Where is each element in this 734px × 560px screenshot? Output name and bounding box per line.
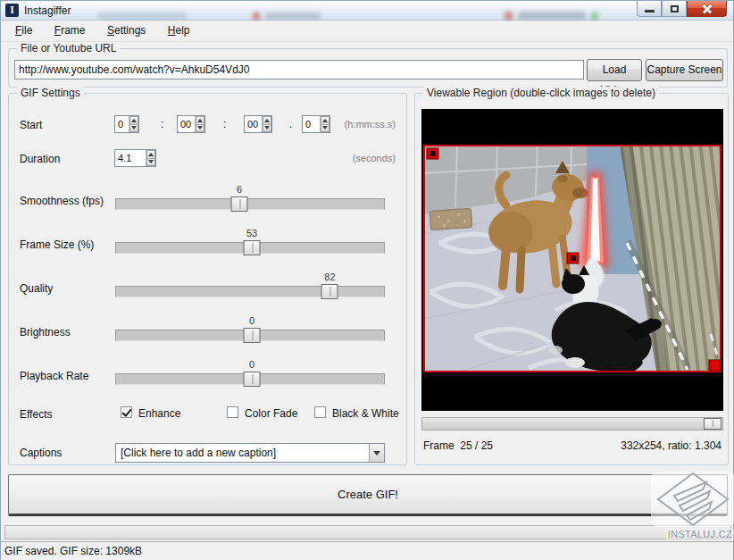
enhance-label: Enhance [138,407,180,420]
menu-bar: File Frame Settings Help [1,21,733,42]
frame-scrollbar[interactable] [421,417,723,430]
start-label: Start [20,119,42,131]
minimize-icon [645,10,655,13]
slider-thumb[interactable] [321,284,338,299]
crop-handle [567,253,579,263]
spin-up-icon[interactable] [263,116,271,125]
slider-label: Frame Size (%) [20,238,94,251]
frame-scrollbar-thumb[interactable] [704,418,721,430]
crop-handle [427,148,438,159]
video-frame-art [421,109,723,411]
maximize-icon [671,5,679,13]
duration-spinner[interactable]: 4.1 [114,149,156,167]
maximize-button[interactable] [662,1,687,17]
slider-thumb[interactable] [244,372,261,387]
duration-value: 4.1 [115,150,146,166]
create-gif-button[interactable]: Create GIF! [8,474,728,516]
slider-thumb[interactable] [244,240,261,255]
start-tenths-spinner[interactable]: 0 [302,115,330,133]
menu-help[interactable]: Help [159,21,199,41]
spin-down-icon[interactable] [146,159,155,167]
watermark-smudge [97,13,187,20]
captions-dropdown[interactable]: [Click here to add a new caption] [115,443,385,463]
duration-unit-label: (seconds) [353,153,396,163]
slider-label: Smoothness (fps) [20,195,104,207]
crop-handle [709,360,721,371]
slider-label: Brightness [20,326,71,339]
enhance-checkbox[interactable] [121,406,132,418]
slider-label: Playback Rate [20,370,88,382]
slider-value: 0 [249,315,254,326]
color-fade-checkbox[interactable] [227,406,238,418]
spin-up-icon[interactable] [321,116,329,125]
time-separator: : [161,118,163,130]
black-white-label: Black & White [332,407,399,420]
black-white-checkbox[interactable] [314,406,326,418]
slider-value: 82 [324,272,335,282]
effects-label: Effects [20,408,52,421]
load-video-button[interactable]: Load Video [587,59,642,81]
chevron-down-icon[interactable] [369,444,384,462]
brightness-slider[interactable]: 0 [115,330,385,341]
capture-screen-button[interactable]: Capture Screen [646,59,723,81]
spinner-arrows [262,116,271,132]
start-unit-label: (h:mm:ss.s) [345,119,396,130]
url-input[interactable] [14,60,584,79]
spinner-arrows [320,116,329,132]
slider-value: 6 [237,184,242,195]
slider-thumb[interactable] [231,196,248,212]
frame-counter: Frame 25 / 25 [423,439,493,452]
close-button[interactable] [687,1,727,17]
status-bar: GIF saved. GIF size: 1309kB [1,541,733,560]
minimize-button[interactable] [637,1,662,17]
spin-up-icon[interactable] [196,116,204,125]
menu-file[interactable]: File [6,21,41,41]
spinner-arrows [195,116,204,132]
window-title: Instagiffer [24,4,71,17]
slider-value: 0 [249,359,254,370]
playback-rate-slider[interactable]: 0 [115,373,385,385]
spinner-arrows [146,150,155,166]
doormat-art [430,208,471,230]
start-minutes-value: 00 [178,116,195,132]
watermark-smudge [590,12,599,21]
slider-thumb[interactable] [244,328,261,343]
progress-bar [4,525,731,539]
app-icon: I [5,4,19,17]
spinner-arrows [129,116,138,132]
spin-down-icon[interactable] [321,125,329,133]
slider-value: 53 [246,228,257,238]
dimensions-label: 332x254, ratio: 1.304 [621,439,721,452]
menu-frame[interactable]: Frame [46,21,95,41]
spin-up-icon[interactable] [129,116,138,125]
start-seconds-value: 00 [245,116,262,132]
url-section-title: File or Youtube URL [17,42,120,54]
spin-down-icon[interactable] [196,125,204,133]
spin-down-icon[interactable] [129,125,138,133]
watermark-smudge [518,12,586,20]
app-window: I Instagiffer File Frame Settings Help F… [0,0,734,560]
quality-slider[interactable]: 82 [115,286,385,297]
smoothness-slider[interactable]: 6 [115,198,385,210]
url-section: File or Youtube URL Load Video Capture S… [8,48,728,88]
time-separator: : [223,118,226,130]
start-seconds-spinner[interactable]: 00 [244,115,272,133]
watermark-smudge [504,11,513,21]
captions-label: Captions [20,447,62,459]
slider-label: Quality [20,282,53,295]
watermark-smudge [265,13,321,20]
spin-down-icon[interactable] [263,125,271,133]
gif-settings-title: GIF Settings [17,87,84,99]
video-preview[interactable] [421,109,723,411]
menu-settings[interactable]: Settings [98,21,154,41]
gif-settings-section: GIF Settings Start 0 : 00 : 00 . 0 (h:mm… [8,93,407,465]
start-hours-spinner[interactable]: 0 [114,115,139,133]
spin-up-icon[interactable] [146,150,155,159]
captions-dropdown-value: [Click here to add a new caption] [116,447,369,459]
frame-size-slider[interactable]: 53 [115,242,385,254]
start-minutes-spinner[interactable]: 00 [177,115,205,133]
watermark-smudge [252,12,261,21]
time-separator: . [289,118,292,130]
duration-label: Duration [20,153,60,165]
title-bar[interactable]: I Instagiffer [1,1,733,21]
